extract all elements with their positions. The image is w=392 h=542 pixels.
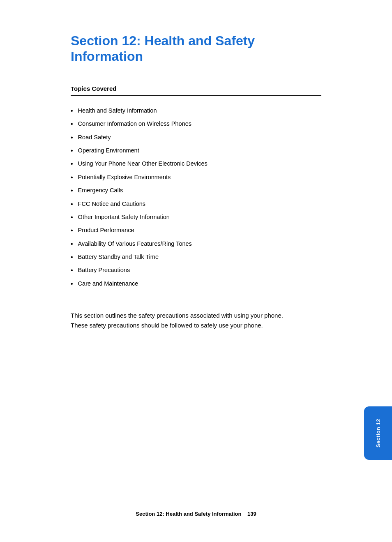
content-area: Section 12: Health and Safety Informatio… [21,0,371,355]
section-title: Section 12: Health and Safety Informatio… [71,33,321,65]
list-item: Emergency Calls [71,184,321,197]
list-item: Other Important Safety Information [71,211,321,224]
footer-area: Section 12: Health and Safety Informatio… [0,510,392,517]
list-item: Using Your Phone Near Other Electronic D… [71,157,321,171]
list-item: Consumer Information on Wireless Phones [71,118,321,131]
list-item: Product Performance [71,224,321,237]
side-tab-label: Section 12 [375,419,381,447]
list-item: Health and Safety Information [71,104,321,118]
list-item: FCC Notice and Cautions [71,198,321,211]
list-item: Battery Precautions [71,264,321,277]
list-item: Operating Environment [71,144,321,157]
topics-list: Health and Safety InformationConsumer In… [71,104,321,291]
list-item: Road Safety [71,131,321,144]
page-container: Section 12: Health and Safety Informatio… [0,0,392,542]
footer-section-label: Section 12: Health and Safety Informatio… [136,511,256,517]
list-item: Care and Maintenance [71,277,321,291]
side-tab: Section 12 [364,406,392,460]
topics-covered-label: Topics Covered [71,85,321,92]
list-item: Potentially Explosive Environments [71,171,321,184]
list-item: Availability Of Various Features/Ring To… [71,238,321,251]
divider-top [71,95,321,96]
divider-bottom [71,299,321,299]
list-item: Battery Standby and Talk Time [71,251,321,264]
intro-paragraph: This section outlines the safety precaut… [71,311,301,330]
topics-covered-section: Topics Covered Health and Safety Informa… [71,85,321,299]
